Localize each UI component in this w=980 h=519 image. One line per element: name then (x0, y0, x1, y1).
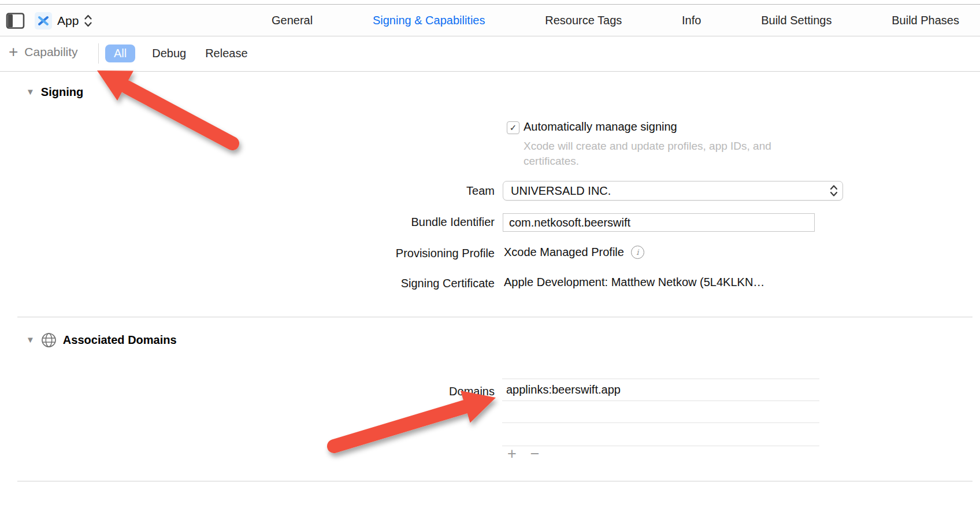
disclosure-triangle-icon[interactable]: ▼ (26, 87, 35, 96)
globe-icon (41, 332, 57, 348)
domains-table-line (502, 422, 819, 423)
tab-general[interactable]: General (272, 14, 313, 27)
auto-manage-signing-checkbox[interactable]: ✓ (507, 121, 519, 134)
team-popup-value: UNIVERSALD INC. (511, 184, 611, 198)
add-capability-label: Capability (24, 45, 77, 59)
tab-info[interactable]: Info (682, 14, 701, 27)
bundle-identifier-label: Bundle Identifier (263, 216, 495, 229)
configuration-segmented-control: All Debug Release (105, 43, 250, 64)
domains-label: Domains (263, 385, 495, 398)
chevron-up-down-icon (830, 184, 838, 197)
auto-manage-signing-label: Automatically manage signing (524, 120, 677, 134)
tab-resource-tags[interactable]: Resource Tags (545, 14, 622, 27)
target-toolbar: App General Signing & Capabilities Resou… (0, 5, 980, 36)
tab-build-settings[interactable]: Build Settings (761, 14, 831, 27)
signing-section-header: ▼ Signing (26, 86, 83, 99)
add-capability-button[interactable]: + Capability (9, 44, 78, 60)
sidebar-toggle-button[interactable] (6, 12, 25, 29)
segment-all[interactable]: All (105, 45, 135, 62)
section-divider (17, 481, 972, 481)
capability-bar: + Capability All Debug Release (0, 36, 980, 72)
xcode-signing-capabilities-screen: App General Signing & Capabilities Resou… (0, 0, 980, 519)
signing-certificate-value: Apple Development: Matthew Netkow (5L4KL… (504, 276, 764, 289)
provisioning-profile-label: Provisioning Profile (263, 247, 495, 260)
tab-signing-capabilities[interactable]: Signing & Capabilities (373, 14, 485, 27)
annotation-arrow-capability (97, 71, 232, 143)
domains-table-line (502, 401, 819, 401)
provisioning-profile-value-row: Xcode Managed Profile i (504, 246, 644, 259)
auto-manage-signing-description: Xcode will create and update profiles, a… (524, 139, 795, 169)
signing-section-title: Signing (41, 86, 83, 99)
sidebar-toggle-icon (6, 12, 25, 29)
section-divider (17, 317, 972, 317)
provisioning-profile-value: Xcode Managed Profile (504, 246, 624, 259)
tab-build-phases[interactable]: Build Phases (892, 14, 959, 27)
target-name: App (57, 14, 79, 28)
annotation-arrow-domains (334, 391, 496, 446)
info-icon[interactable]: i (631, 246, 644, 259)
domains-table-line (502, 379, 819, 379)
app-target-icon (35, 12, 52, 29)
checkmark-icon: ✓ (510, 123, 517, 133)
capability-separator (98, 43, 99, 64)
add-domain-button[interactable]: + (507, 446, 517, 462)
signing-certificate-label: Signing Certificate (263, 277, 495, 290)
chevron-up-down-icon (84, 14, 92, 28)
segment-release[interactable]: Release (203, 45, 250, 62)
associated-domains-section-header: ▼ Associated Domains (26, 332, 177, 348)
editor-tab-bar: General Signing & Capabilities Resource … (272, 5, 959, 36)
team-popup-button[interactable]: UNIVERSALD INC. (503, 181, 843, 201)
disclosure-triangle-icon[interactable]: ▼ (26, 335, 35, 344)
team-label: Team (263, 184, 495, 198)
remove-domain-button[interactable]: − (530, 446, 540, 462)
bundle-identifier-field[interactable] (503, 213, 815, 232)
associated-domains-section-title: Associated Domains (63, 333, 177, 347)
domains-table-line (502, 446, 819, 446)
segment-debug[interactable]: Debug (150, 45, 188, 62)
target-chooser-popup[interactable]: App (35, 11, 92, 31)
plus-icon: + (9, 44, 18, 60)
domain-row-1[interactable]: applinks:beerswift.app (506, 383, 621, 396)
domains-table-buttons: + − (507, 446, 540, 462)
